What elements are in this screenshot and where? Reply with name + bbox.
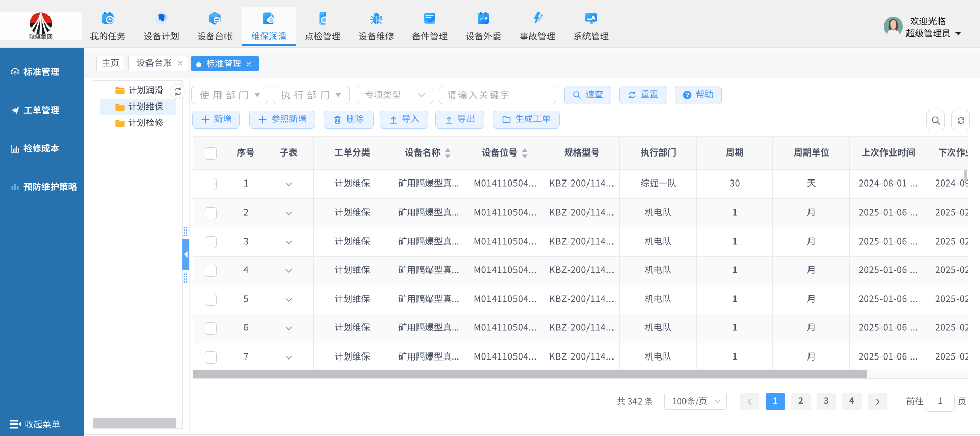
svg-text:?: ? (685, 92, 689, 98)
